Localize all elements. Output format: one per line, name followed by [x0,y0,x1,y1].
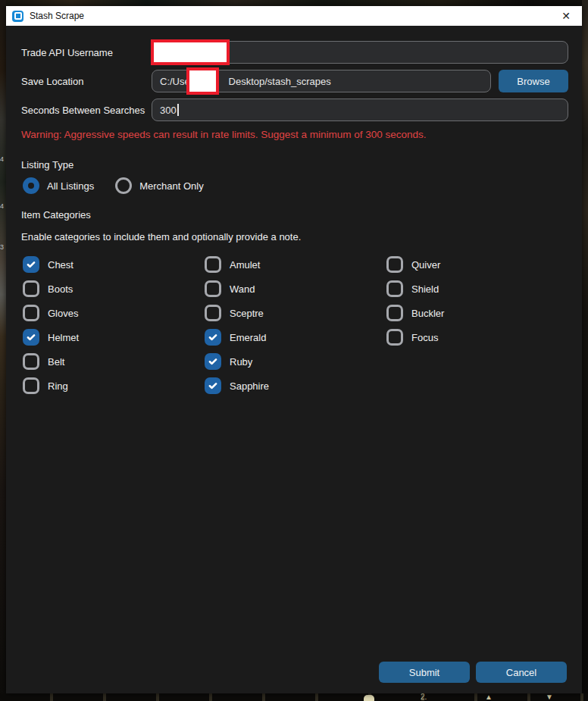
seconds-input[interactable]: 300 [152,99,568,121]
username-label: Trade API Username [21,47,152,58]
category-label: Amulet [230,259,260,271]
category-label: Emerald [230,332,266,343]
checkbox-icon [205,305,221,321]
save-location-input[interactable]: C:/Users Desktop/stash_scrapes [152,70,491,92]
checkbox-icon [23,256,39,273]
checkbox-icon [205,329,221,346]
category-checkbox-item[interactable]: Wand [205,280,386,297]
hotbar-item-icon [364,695,374,701]
category-grid: Chest Boots Gloves Helmet Belt Ring Amul… [23,256,568,394]
checkbox-icon [205,256,221,273]
category-column-3: Quiver Shield Buckler Focus [386,256,568,394]
seconds-row: Seconds Between Searches 300 [21,99,568,121]
listing-type-label: Listing Type [21,159,74,171]
category-checkbox-item[interactable]: Shield [386,280,568,297]
radio-label: All Listings [47,180,94,192]
titlebar[interactable]: Stash Scrape ✕ [6,6,582,26]
checkbox-icon [386,280,403,297]
hotkey-number: 3 [0,244,4,251]
category-checkbox-item[interactable]: Helmet [23,329,205,346]
category-checkbox-item[interactable]: Focus [386,329,568,346]
checkbox-icon [23,305,39,321]
checkbox-icon [205,377,221,394]
checkbox-icon [386,305,403,321]
save-location-row: Save Location C:/Users Desktop/stash_scr… [21,70,568,92]
path-suffix: Desktop/stash_scrapes [229,76,331,87]
username-row: Trade API Username [21,41,568,64]
category-label: Buckler [411,308,444,319]
checkbox-icon [23,353,39,370]
hotkey-number: 4 [0,203,4,210]
checkmark-icon [208,356,218,367]
listing-type-radio[interactable]: Merchant Only [115,177,204,194]
submit-button[interactable]: Submit [379,662,470,683]
listing-type-options: All Listings Merchant Only [23,177,204,195]
category-column-2: Amulet Wand Sceptre Emerald Ruby Sapphir… [205,256,386,394]
browse-button[interactable]: Browse [499,70,568,92]
checkbox-icon [23,280,39,297]
category-checkbox-item[interactable]: Emerald [205,329,386,346]
category-label: Boots [48,283,73,295]
game-background-left: 4 4 3 [0,0,6,701]
checkbox-icon [386,329,403,346]
radio-label: Merchant Only [139,180,204,192]
category-checkbox-item[interactable]: Ring [23,377,205,394]
game-background-top [0,0,588,6]
username-input[interactable] [152,41,568,64]
game-background-right [582,0,588,701]
category-label: Chest [48,259,74,271]
radio-icon [23,177,39,194]
hotbar-slot-number: 2. [421,693,427,701]
category-label: Ring [48,380,68,392]
category-label: Wand [230,283,255,295]
checkmark-icon [208,380,218,391]
checkbox-icon [23,329,39,346]
checkbox-icon [386,256,403,273]
category-checkbox-item[interactable]: Sapphire [205,377,386,394]
category-label: Helmet [48,332,79,343]
text-caret [177,104,179,116]
radio-icon [115,177,132,194]
category-checkbox-item[interactable]: Sceptre [205,305,386,321]
checkmark-icon [26,259,36,270]
listing-type-radio[interactable]: All Listings [23,177,94,194]
redaction-box [186,67,219,95]
category-checkbox-item[interactable]: Ruby [205,353,386,370]
category-checkbox-item[interactable]: Gloves [23,305,205,321]
game-background-hotbar: 2. ▲ ▼ [0,693,588,701]
category-label: Focus [411,332,438,343]
cancel-button[interactable]: Cancel [476,662,567,683]
category-checkbox-item[interactable]: Quiver [386,256,568,273]
hotkey-number: 4 [0,156,4,163]
category-column-1: Chest Boots Gloves Helmet Belt Ring [23,256,205,394]
rate-limit-warning: Warning: Aggressive speeds can result in… [21,129,427,140]
down-arrow-icon: ▼ [546,693,553,701]
category-checkbox-item[interactable]: Buckler [386,305,568,321]
category-checkbox-item[interactable]: Amulet [205,256,386,273]
category-checkbox-item[interactable]: Belt [23,353,205,370]
item-categories-label: Item Categories [21,209,91,221]
seconds-value: 300 [160,105,177,116]
dialog-content: Trade API Username Save Location C:/User… [6,26,582,693]
save-location-label: Save Location [21,76,152,87]
category-label: Quiver [411,259,440,271]
category-label: Shield [411,283,439,295]
checkbox-icon [205,280,221,297]
redaction-box [151,39,230,65]
category-label: Belt [48,356,64,368]
category-checkbox-item[interactable]: Boots [23,280,205,297]
seconds-label: Seconds Between Searches [21,105,152,116]
app-icon-glyph [14,12,22,20]
category-label: Sceptre [230,308,264,319]
up-arrow-icon: ▲ [485,693,493,701]
checkbox-icon [205,353,221,370]
category-label: Ruby [230,356,252,368]
category-label: Gloves [48,308,78,319]
app-icon [12,11,23,22]
checkbox-icon [23,377,39,394]
category-checkbox-item[interactable]: Chest [23,256,205,273]
close-icon[interactable]: ✕ [558,6,574,26]
stash-scrape-window: Stash Scrape ✕ Trade API Username Save L… [6,6,582,693]
checkmark-icon [208,332,218,343]
categories-description: Enable categories to include them and op… [21,231,301,243]
